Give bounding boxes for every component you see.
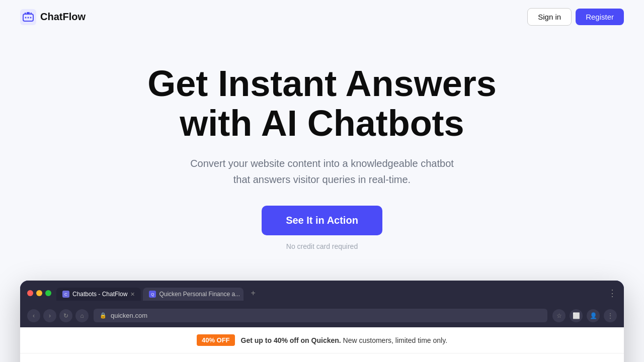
cta-button[interactable]: See It in Action: [262, 206, 382, 235]
promo-badge: 40% OFF: [197, 334, 235, 346]
tab-chatflow[interactable]: C Chatbots - ChatFlow ✕: [56, 288, 141, 301]
new-tab-button[interactable]: +: [246, 286, 260, 301]
promo-text: Get up to 40% off on Quicken. New custom…: [241, 336, 447, 344]
chatflow-logo-icon: [20, 9, 36, 25]
no-credit-text: No credit card required: [286, 242, 358, 250]
star-icon[interactable]: ☆: [552, 309, 566, 322]
svg-point-2: [25, 17, 27, 18]
svg-rect-5: [27, 12, 30, 15]
extensions-icon[interactable]: ⬜: [570, 309, 583, 322]
navbar: ChatFlow Sign in Register: [0, 0, 644, 34]
svg-rect-7: [31, 13, 32, 14]
traffic-light-red: [27, 290, 33, 296]
hero-section: Get Instant Answers with AI Chatbots Con…: [0, 34, 644, 265]
nav-buttons: Sign in Register: [527, 8, 624, 26]
register-button[interactable]: Register: [576, 9, 624, 25]
address-bar[interactable]: 🔒 quicken.com: [94, 309, 547, 322]
tab-quicken[interactable]: Q Quicken Personal Finance a... ✕: [143, 288, 244, 301]
signin-button[interactable]: Sign in: [527, 8, 572, 26]
tab-bar: C Chatbots - ChatFlow ✕ Q Quicken Person…: [56, 286, 603, 301]
traffic-lights: [27, 290, 51, 296]
logo: ChatFlow: [20, 9, 86, 25]
profile-icon[interactable]: 👤: [587, 309, 600, 322]
home-button[interactable]: ⌂: [75, 309, 89, 322]
logo-text: ChatFlow: [40, 11, 86, 23]
address-bar-row: ‹ › ↻ ⌂ 🔒 quicken.com ☆ ⬜ 👤 ⋮: [27, 305, 617, 327]
browser-preview: C Chatbots - ChatFlow ✕ Q Quicken Person…: [20, 281, 624, 362]
chatflow-favicon: C: [62, 291, 69, 298]
browser-content: 40% OFF Get up to 40% off on Quicken. Ne…: [20, 327, 624, 362]
tab-close-icon[interactable]: ✕: [130, 291, 135, 298]
svg-point-4: [30, 17, 32, 18]
browser-actions: ☆ ⬜ 👤 ⋮: [552, 309, 617, 322]
svg-point-3: [28, 17, 29, 18]
promo-bar: 40% OFF Get up to 40% off on Quicken. Ne…: [20, 327, 624, 353]
browser-menu-icon[interactable]: ⋮: [608, 288, 617, 299]
more-icon[interactable]: ⋮: [604, 309, 617, 322]
quicken-favicon: Q: [149, 291, 156, 298]
traffic-light-green: [45, 290, 51, 296]
reload-button[interactable]: ↻: [59, 309, 72, 322]
tab2-close-icon[interactable]: ✕: [243, 291, 244, 298]
hero-title: Get Instant Answers with AI Chatbots: [147, 64, 497, 143]
back-button[interactable]: ‹: [27, 309, 40, 322]
forward-button[interactable]: ›: [43, 309, 56, 322]
browser-chrome: C Chatbots - ChatFlow ✕ Q Quicken Person…: [20, 281, 624, 327]
browser-top-bar: C Chatbots - ChatFlow ✕ Q Quicken Person…: [27, 286, 617, 301]
address-text: quicken.com: [111, 312, 147, 319]
hero-subtitle: Convert your website content into a know…: [181, 155, 463, 188]
nav-controls: ‹ › ↻ ⌂: [27, 309, 89, 322]
traffic-light-yellow: [36, 290, 42, 296]
svg-rect-6: [25, 13, 26, 14]
lock-icon: 🔒: [100, 312, 107, 319]
